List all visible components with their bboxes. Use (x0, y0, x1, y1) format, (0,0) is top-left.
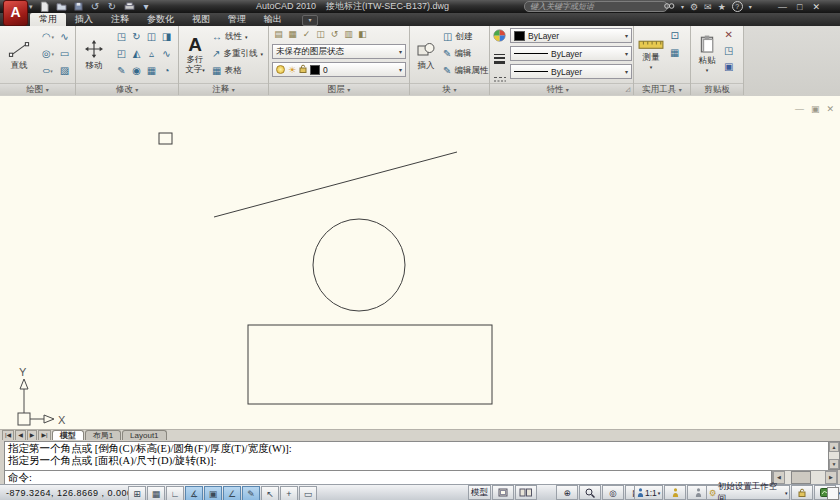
id-point-icon[interactable]: ⊡ (670, 30, 679, 41)
explode-icon[interactable]: ◔ (159, 62, 174, 79)
create-block-button[interactable]: ◫创建 (443, 28, 494, 45)
toggle-grid[interactable]: ▦ (147, 486, 165, 500)
dialog-launcher-icon[interactable]: ◿ (625, 84, 630, 95)
undo-icon[interactable]: ↺ (89, 1, 101, 12)
insert-block-button[interactable]: 插入 (411, 27, 441, 83)
circle-icon[interactable]: ◎▾ (39, 45, 57, 62)
mirror3d-icon[interactable]: ◭ (129, 45, 144, 62)
offset-icon[interactable]: ◉ (129, 62, 144, 79)
clean-screen-button[interactable] (827, 487, 839, 500)
trim-icon[interactable]: ∿ (159, 45, 174, 62)
table-button[interactable]: ▦表格 (212, 62, 263, 79)
panel-label-block[interactable]: 块 ▾ (410, 83, 489, 95)
subscription-gear-icon[interactable]: ⚙ (690, 2, 698, 12)
tab-parametric[interactable]: 参数化 (138, 13, 183, 26)
paste-button[interactable]: 粘贴 ▾ (692, 27, 722, 83)
shape-circle[interactable] (313, 219, 405, 311)
layer-properties-icon[interactable]: ▤ (272, 27, 285, 40)
pan-icon[interactable]: ⊕ (556, 485, 578, 500)
layer-isolate-icon[interactable]: ◫ (314, 27, 327, 40)
linear-dimension-button[interactable]: ↔线性▾ (212, 28, 263, 45)
toggle-polar[interactable]: ∡ (185, 486, 203, 500)
layer-previous-icon[interactable]: ↺ (328, 27, 341, 40)
copy-clip-icon[interactable]: ◳ (724, 45, 733, 56)
help-icon[interactable]: ? (732, 1, 743, 12)
steering-wheel-icon[interactable]: ◎ (602, 485, 624, 500)
scroll-right-icon[interactable]: ▶ (825, 471, 837, 484)
toggle-sc[interactable]: ▭ (299, 486, 317, 500)
scroll-down-icon[interactable]: ▼ (829, 459, 839, 469)
lineweight-dropdown[interactable]: ByLayer▾ (510, 46, 632, 61)
toolbar-lock-icon[interactable] (791, 485, 813, 500)
annotation-visibility-icon[interactable] (664, 485, 686, 500)
polyline-icon[interactable]: ∿ (57, 28, 72, 45)
layer-state-dropdown[interactable]: 未保存的图层状态▾ (272, 44, 406, 59)
redo-icon[interactable]: ↻ (106, 1, 118, 12)
rotate-icon[interactable]: ↻ (129, 28, 144, 45)
edit-attributes-button[interactable]: ✎编辑属性▾ (443, 62, 494, 79)
tab-manage[interactable]: 管理 (219, 13, 255, 26)
paste-special-icon[interactable]: ▣ (724, 61, 733, 72)
erase-icon[interactable]: ✎ (114, 62, 129, 79)
help-caret-icon[interactable]: ▾ (749, 3, 752, 10)
zoom-icon[interactable] (579, 485, 601, 500)
copy-icon[interactable]: ◳ (114, 28, 129, 45)
mirror-icon[interactable]: ◫ (144, 28, 159, 45)
application-menu-button[interactable]: A (3, 0, 28, 26)
line-button[interactable]: 直线 (2, 27, 36, 83)
fillet-icon[interactable]: ▵ (144, 45, 159, 62)
annotation-scale-button[interactable]: 1:1▾ (634, 485, 663, 500)
mtext-button[interactable]: A 多行 文字▾ (180, 27, 210, 83)
close-icon[interactable]: ✕ (812, 2, 820, 12)
array-icon[interactable]: ▦ (144, 62, 159, 79)
layer-match-icon[interactable]: ▦ (286, 27, 299, 40)
shape-line[interactable] (214, 152, 457, 217)
application-menu-caret-icon[interactable]: ▾ (29, 3, 33, 11)
model-space-button[interactable]: 模型 (468, 485, 491, 500)
plot-icon[interactable] (123, 1, 135, 12)
lineweight-icon[interactable] (493, 50, 506, 68)
move-button[interactable]: 移动 (78, 27, 110, 83)
scrollbar-thumb[interactable] (791, 471, 811, 484)
quick-view-layouts-icon[interactable] (492, 485, 514, 500)
toggle-lwt[interactable]: ↖ (261, 486, 279, 500)
infocenter-search-input[interactable] (524, 1, 668, 12)
new-file-icon[interactable] (38, 1, 50, 12)
stretch-icon[interactable]: ◨ (159, 28, 174, 45)
command-input-line[interactable]: 命令: (4, 470, 772, 485)
qat-options-caret-icon[interactable]: ▾ (140, 1, 152, 12)
edit-block-button[interactable]: ✎编辑 (443, 45, 494, 62)
layer-dropdown[interactable]: ☀ 0 ▾ (272, 62, 406, 77)
panel-label-modify[interactable]: 修改 ▾ (76, 83, 178, 95)
panel-label-layers[interactable]: 图层 ▾ (269, 83, 409, 95)
toggle-otrack[interactable]: ∠ (223, 486, 241, 500)
minimize-icon[interactable]: — (778, 2, 787, 12)
tab-view[interactable]: 视图 (183, 13, 219, 26)
tab-home[interactable]: 常用 (30, 13, 66, 26)
toggle-osnap[interactable]: ▣ (204, 486, 222, 500)
toggle-ortho[interactable]: ∟ (166, 486, 184, 500)
rectangle-icon[interactable]: ▭ (57, 45, 72, 62)
open-file-icon[interactable] (55, 1, 67, 12)
object-color-dropdown[interactable]: ByLayer▾ (510, 28, 632, 43)
ellipse-icon[interactable]: ○▾ (39, 62, 57, 79)
favorites-star-icon[interactable]: ★ (718, 2, 726, 12)
save-icon[interactable] (72, 1, 84, 12)
search-icon[interactable] (664, 2, 675, 12)
toggle-qp[interactable]: + (280, 486, 298, 500)
panel-label-properties[interactable]: 特性 ▾◿ (490, 83, 633, 95)
ribbon-state-button[interactable]: ▾ (302, 15, 318, 26)
workspace-switcher-button[interactable]: ⚙ 初始设置工作空间 ▾ (706, 485, 790, 500)
tab-output[interactable]: 输出 (255, 13, 291, 26)
measure-button[interactable]: 测量 ▾ (635, 27, 667, 83)
multileader-button[interactable]: ↗多重引线▾ (212, 45, 263, 62)
drawing-restore-icon[interactable]: ▣ (811, 104, 820, 114)
shape-rect[interactable] (248, 325, 492, 404)
panel-label-utilities[interactable]: 实用工具 ▾ (634, 83, 690, 95)
cut-icon[interactable]: ✕ (724, 29, 733, 40)
color-wheel-icon[interactable] (493, 28, 506, 46)
linetype-dropdown[interactable]: ByLayer▾ (510, 64, 632, 79)
hatch-icon[interactable]: ▨ (57, 62, 72, 79)
quick-view-drawings-icon[interactable] (515, 485, 537, 500)
search-caret-icon[interactable]: ▾ (681, 3, 684, 10)
